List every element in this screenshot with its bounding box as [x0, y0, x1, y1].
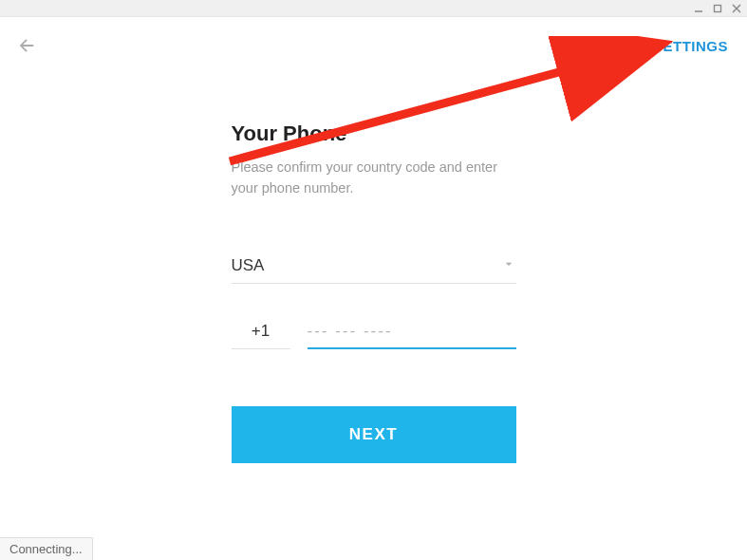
country-code-field[interactable]: +1 [232, 322, 290, 349]
status-bar: Connecting... [0, 537, 93, 560]
country-selected-label: USA [232, 256, 265, 275]
main-content: Your Phone Please confirm your country c… [232, 121, 516, 463]
app-header: SETTINGS [0, 17, 747, 63]
chevron-down-icon [501, 256, 516, 275]
arrow-left-icon [16, 35, 37, 56]
page-subtitle: Please confirm your country code and ent… [232, 158, 516, 199]
phone-number-input[interactable] [308, 322, 516, 349]
close-button[interactable] [730, 2, 743, 15]
minimize-button[interactable] [692, 2, 705, 15]
window-titlebar [0, 0, 747, 17]
maximize-button[interactable] [711, 2, 724, 15]
country-select[interactable]: USA [232, 256, 516, 284]
settings-link[interactable]: SETTINGS [653, 38, 728, 54]
next-button[interactable]: NEXT [232, 406, 516, 463]
svg-rect-1 [715, 5, 721, 11]
phone-row: +1 [232, 322, 516, 349]
back-button[interactable] [13, 32, 40, 59]
page-title: Your Phone [232, 121, 516, 146]
